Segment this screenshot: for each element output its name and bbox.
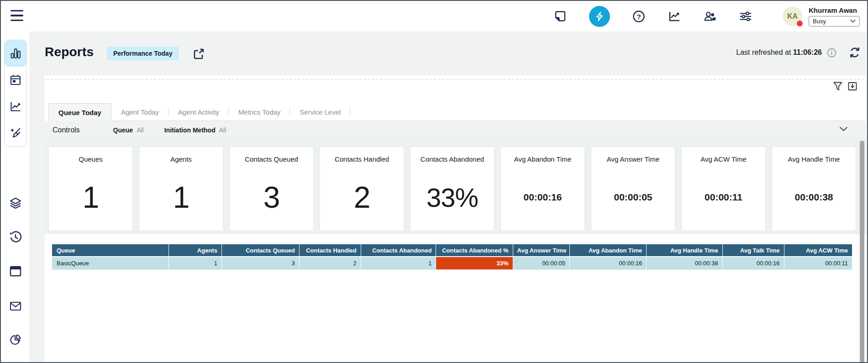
top-bar: ? KA Khurram Awan Busy bbox=[1, 1, 867, 32]
cell-avg-handle-time: 00:00:38 bbox=[647, 257, 722, 269]
sidebar-item-pie-reports[interactable] bbox=[1, 331, 30, 349]
col-queue[interactable]: Queue bbox=[52, 244, 169, 257]
refresh-icon[interactable] bbox=[849, 47, 861, 58]
sidebar-item-historical-metrics[interactable] bbox=[5, 93, 26, 120]
sidebar-item-report-designer[interactable] bbox=[5, 120, 26, 146]
avatar-initials: KA bbox=[787, 12, 798, 21]
cell-agents: 1 bbox=[169, 257, 222, 269]
tab-agent-activity[interactable]: Agent Activity bbox=[168, 103, 229, 121]
table-header-row: Queue Agents Contacts Queued Contacts Ha… bbox=[52, 244, 852, 257]
note-icon[interactable] bbox=[553, 10, 567, 23]
tab-metrics-today[interactable]: Metrics Today bbox=[229, 103, 290, 121]
report-type-badge[interactable]: Performance Today bbox=[107, 47, 179, 60]
browser-window-icon bbox=[9, 265, 22, 277]
sidebar-report-group bbox=[4, 40, 27, 147]
cell-contacts-handled: 2 bbox=[299, 257, 361, 269]
page-title: Reports bbox=[45, 45, 94, 59]
card-avg-acw-time: Avg ACW Time 00:00:11 bbox=[681, 147, 766, 231]
filter-queue[interactable]: Queue All bbox=[113, 126, 144, 134]
card-contacts-abandoned: Contacts Abandoned 33% bbox=[410, 147, 494, 231]
users-icon[interactable] bbox=[703, 10, 717, 23]
card-queues: Queues 1 bbox=[48, 147, 133, 231]
line-chart-icon bbox=[10, 100, 21, 112]
layers-icon bbox=[9, 197, 22, 210]
cell-avg-talk-time: 00:00:16 bbox=[722, 257, 784, 269]
col-avg-abandon-time[interactable]: Avg Abandon Time bbox=[570, 244, 647, 257]
cell-avg-abandon-time: 00:00:16 bbox=[570, 257, 647, 269]
tab-service-level[interactable]: Service Level bbox=[290, 103, 350, 121]
quick-actions-lightning-button[interactable] bbox=[589, 6, 610, 27]
sidebar-item-realtime-metrics[interactable] bbox=[5, 40, 26, 67]
tab-queue-today[interactable]: Queue Today bbox=[48, 103, 111, 121]
card-avg-handle-time: Avg Handle Time 00:00:38 bbox=[772, 147, 856, 231]
user-block: KA Khurram Awan Busy bbox=[783, 6, 860, 26]
bar-chart-icon bbox=[10, 47, 21, 59]
cell-contacts-queued: 3 bbox=[221, 257, 299, 269]
report-tabs: Queue Today Agent Today Agent Activity M… bbox=[48, 103, 863, 121]
col-avg-handle-time[interactable]: Avg Handle Time bbox=[647, 244, 722, 257]
magic-brush-icon bbox=[10, 127, 21, 139]
card-contacts-queued: Contacts Queued 3 bbox=[229, 147, 314, 231]
cell-queue-name: BasicQueue bbox=[52, 257, 169, 269]
sidebar bbox=[1, 32, 30, 363]
card-agents: Agents 1 bbox=[139, 147, 223, 231]
avatar[interactable]: KA bbox=[783, 6, 802, 26]
hamburger-menu-icon[interactable] bbox=[11, 10, 23, 21]
table-row[interactable]: BasicQueue 1 3 2 1 33% 00:00:05 00:00:16… bbox=[52, 257, 852, 269]
col-avg-answer-time[interactable]: Avg Answer Time bbox=[513, 244, 569, 257]
controls-label: Controls bbox=[53, 126, 80, 134]
card-contacts-handled: Contacts Handled 2 bbox=[320, 147, 404, 231]
sidebar-item-layers[interactable] bbox=[1, 194, 30, 212]
col-agents[interactable]: Agents bbox=[169, 244, 222, 257]
topbar-actions: ? KA Khurram Awan Busy bbox=[553, 1, 860, 32]
metrics-chart-icon[interactable] bbox=[668, 10, 681, 23]
help-icon[interactable]: ? bbox=[632, 10, 646, 23]
status-select[interactable]: Busy bbox=[809, 16, 860, 26]
col-contacts-handled[interactable]: Contacts Handled bbox=[299, 244, 361, 257]
controls-collapse-chevron-icon[interactable] bbox=[839, 126, 848, 132]
cell-avg-acw-time: 00:00:11 bbox=[784, 257, 852, 269]
sidebar-item-scheduled-reports[interactable] bbox=[5, 67, 26, 93]
cell-avg-answer-time: 00:00:05 bbox=[513, 257, 569, 269]
mail-icon bbox=[9, 300, 22, 311]
controls-row: Controls Queue All Initiation Method All bbox=[45, 121, 866, 139]
pie-chart-icon bbox=[9, 333, 22, 346]
chevron-down-icon bbox=[850, 19, 856, 23]
status-select-value: Busy bbox=[813, 18, 826, 25]
sidebar-item-mail[interactable] bbox=[1, 297, 30, 315]
col-avg-acw-time[interactable]: Avg ACW Time bbox=[784, 244, 852, 257]
busy-status-dot bbox=[797, 21, 803, 26]
filter-icon[interactable] bbox=[833, 81, 843, 91]
card-avg-abandon-time: Avg Abandon Time 00:00:16 bbox=[500, 147, 585, 231]
filter-initiation-method[interactable]: Initiation Method All bbox=[164, 126, 226, 134]
svg-text:?: ? bbox=[637, 12, 641, 20]
col-contacts-abandoned[interactable]: Contacts Abandoned bbox=[361, 244, 436, 257]
report-panel: Queue Today Agent Today Agent Activity M… bbox=[45, 75, 866, 363]
last-refreshed-text: Last refreshed at 11:06:26 bbox=[736, 48, 822, 57]
tab-agent-today[interactable]: Agent Today bbox=[111, 103, 168, 121]
metric-cards-area: Queues 1 Agents 1 Contacts Queued 3 Cont… bbox=[45, 140, 866, 234]
sidebar-item-history[interactable] bbox=[1, 228, 30, 247]
card-avg-answer-time: Avg Answer Time 00:00:05 bbox=[591, 147, 675, 231]
download-icon[interactable] bbox=[847, 81, 857, 91]
cell-contacts-abandoned: 1 bbox=[361, 257, 436, 269]
settings-sliders-icon[interactable] bbox=[739, 10, 752, 23]
sidebar-item-window[interactable] bbox=[1, 262, 30, 280]
open-external-icon[interactable] bbox=[193, 48, 205, 60]
calendar-icon bbox=[10, 74, 21, 86]
cell-contacts-abandoned-pct: 33% bbox=[436, 257, 513, 269]
app-window: ? KA Khurram Awan Busy bbox=[0, 0, 868, 363]
col-contacts-queued[interactable]: Contacts Queued bbox=[221, 244, 299, 257]
refresh-block: Last refreshed at 11:06:26 bbox=[736, 45, 861, 60]
user-name: Khurram Awan bbox=[809, 6, 860, 14]
col-contacts-abandoned-pct[interactable]: Contacts Abandoned % bbox=[436, 244, 513, 257]
info-icon[interactable] bbox=[827, 48, 836, 58]
vertical-scrollbar[interactable] bbox=[860, 141, 864, 363]
panel-divider bbox=[47, 79, 864, 80]
col-avg-talk-time[interactable]: Avg Talk Time bbox=[722, 244, 784, 257]
queue-metrics-table: Queue Agents Contacts Queued Contacts Ha… bbox=[52, 244, 852, 270]
history-clock-icon bbox=[9, 231, 22, 244]
